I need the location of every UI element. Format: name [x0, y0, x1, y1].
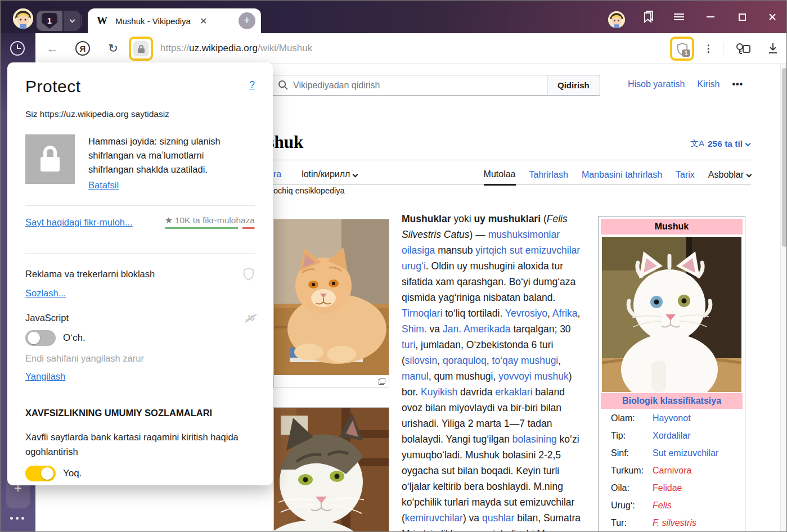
article-link[interactable]: Tirnoqlari: [402, 308, 442, 319]
article-span: . Oldin uy mushugini aloxida tur sifatid…: [402, 260, 575, 303]
tab-tahrirlash[interactable]: Tahrirlash: [529, 170, 568, 180]
protect-panel: Protect ? Siz https://uz.wikipedia.org s…: [7, 62, 273, 485]
address-url[interactable]: https://uz.wikipedia.org/wiki/Mushuk: [160, 33, 312, 64]
article-span: ,: [578, 308, 581, 319]
connection-lock-button[interactable]: [129, 37, 153, 61]
taxonomy-label: Turkum:: [611, 466, 653, 476]
minimize-button[interactable]: [700, 1, 721, 33]
bank-warning-label: Xavfli saytlarda bank kartasi raqamini k…: [25, 430, 239, 459]
taxonomy-value-link[interactable]: F. silvestris: [653, 518, 696, 528]
wiki-search-input[interactable]: [293, 80, 529, 91]
adblock-settings-link[interactable]: Sozlash...: [25, 288, 66, 299]
taxonomy-row: Oila:Felidae: [611, 483, 743, 493]
taxonomy-value-link[interactable]: Xordalilar: [653, 431, 691, 441]
kebab-menu-icon[interactable]: ⋮: [701, 33, 716, 64]
taxonomy-value-link[interactable]: Sut emizuvchilar: [653, 448, 718, 458]
taxonomy-label: Olam:: [611, 413, 653, 423]
article-link[interactable]: bolasining: [512, 434, 557, 445]
tab-title: Mushuk - Vikipediya: [115, 16, 191, 26]
infobox-section-title: Biologik klassifikatsiya: [601, 393, 743, 409]
yandex-search-button[interactable]: Я: [74, 33, 92, 64]
downloads-icon[interactable]: [763, 33, 782, 64]
refresh-needed-note: Endi sahifani yangilash zarur: [25, 353, 255, 364]
article-link[interactable]: Afrika: [552, 308, 578, 319]
refresh-button[interactable]: ↻: [104, 33, 122, 64]
bank-warning-toggle[interactable]: [25, 466, 56, 481]
article-link[interactable]: kemiruvchilar: [405, 512, 463, 524]
create-account-link[interactable]: Hisob yaratish: [628, 79, 685, 89]
address-toolbar: ← Я ↻ https://uz.wikipedia.org/wiki/Mush…: [35, 33, 787, 64]
back-button[interactable]: ←: [43, 33, 61, 64]
tab-asboblar-dropdown[interactable]: Asboblar: [708, 170, 751, 180]
thumbnail-caption-bar: [274, 375, 389, 387]
adblock-shield-icon: [242, 267, 255, 281]
taxonomy-row: Tip:Xordalilar: [611, 431, 743, 441]
article-link[interactable]: qoraquloq: [443, 355, 487, 366]
javascript-state-label: Oʻch.: [63, 332, 86, 344]
language-selector[interactable]: 文A 256 ta til: [690, 138, 750, 149]
details-link[interactable]: Batafsil: [88, 180, 119, 191]
site-feedback-link[interactable]: Sayt haqidagi fikr-muloh...: [25, 217, 133, 228]
login-link[interactable]: Kirish: [697, 79, 719, 89]
protect-shield-button[interactable]: 1: [670, 37, 694, 61]
wiki-search-button[interactable]: Qidirish: [547, 75, 600, 96]
expand-image-icon[interactable]: [379, 378, 385, 385]
search-icon: [278, 80, 289, 91]
tab-tarix[interactable]: Tarix: [676, 170, 695, 180]
menu-icon[interactable]: [669, 1, 689, 33]
article-image-1[interactable]: [273, 219, 389, 387]
close-tab-icon[interactable]: ✕: [200, 16, 207, 26]
yandex-icon: Я: [75, 41, 90, 56]
tab-counter[interactable]: 1: [37, 11, 80, 31]
wikipedia-favicon: W: [97, 15, 107, 27]
article-link[interactable]: yovvoyi mushuk: [498, 371, 569, 382]
article-span: mansub: [435, 245, 475, 256]
blocked-count-badge: 1: [682, 49, 690, 57]
adblock-label: Reklama va trekerlarni bloklash: [25, 269, 155, 279]
profile-avatar-small[interactable]: [608, 11, 625, 28]
lock-icon-large: [38, 145, 62, 174]
maximize-button[interactable]: [732, 1, 752, 33]
bookmarks-icon[interactable]: [638, 1, 659, 33]
taxonomy-value-link[interactable]: Felis: [653, 501, 672, 511]
white-kitten-image[interactable]: [602, 237, 741, 392]
help-link[interactable]: ?: [249, 79, 255, 91]
article-link[interactable]: Jan. Amerikada: [443, 323, 511, 335]
article-image-2[interactable]: [273, 407, 389, 532]
secure-connection-text: Hammasi joyida: sizning ulanish shifrlan…: [88, 134, 246, 177]
article-link[interactable]: toʻqay mushugi: [492, 355, 559, 366]
more-options-icon[interactable]: •••: [732, 79, 743, 89]
article-link[interactable]: turi: [402, 339, 415, 350]
variant-dropdown[interactable]: lotin/кирилл: [302, 169, 357, 179]
article-link[interactable]: silovsin: [405, 355, 437, 366]
article-link[interactable]: qushlar: [482, 512, 514, 524]
password-manager-icon[interactable]: [732, 33, 754, 64]
scrollbar-thumb[interactable]: [782, 68, 787, 247]
article-link[interactable]: Kuyikish: [421, 386, 457, 398]
article-link[interactable]: Shim.: [402, 323, 427, 335]
taxonomy-value-link[interactable]: Hayvonot: [653, 413, 691, 423]
article-tabs: Munozara lotin/кирилл Mutolaa Tahrirlash…: [241, 166, 751, 185]
chevron-down-icon: [746, 172, 752, 178]
close-window-button[interactable]: ✕: [762, 1, 782, 33]
refresh-page-link[interactable]: Yangilash: [25, 371, 65, 382]
history-clock-icon[interactable]: [9, 40, 26, 57]
new-tab-button[interactable]: +: [239, 12, 255, 29]
tab-mutolaa[interactable]: Mutolaa: [484, 169, 516, 186]
article-span: toʻliq tortiladi.: [442, 308, 505, 319]
tab-counter-dropdown[interactable]: [64, 11, 80, 31]
article-link[interactable]: Yevrosiyo: [505, 308, 547, 319]
taxonomy-value-link[interactable]: Felidae: [653, 483, 682, 493]
article-link[interactable]: manul: [402, 371, 429, 382]
article-link[interactable]: erkaklari: [495, 386, 532, 398]
browser-tab[interactable]: W Mushuk - Vikipediya ✕ +: [88, 8, 261, 33]
sidebar-more-icon[interactable]: [10, 517, 24, 520]
page-scrollbar[interactable]: [780, 64, 787, 532]
profile-avatar[interactable]: [13, 8, 33, 29]
taxonomy-value-link[interactable]: Carnivora: [653, 466, 691, 476]
javascript-toggle[interactable]: [25, 330, 56, 346]
titlebar-divider: [82, 15, 82, 26]
secure-lock-tile: [25, 134, 75, 184]
tab-manbasini-tahrirlash[interactable]: Manbasini tahrirlash: [582, 170, 662, 180]
wiki-search-box[interactable]: [271, 75, 547, 96]
